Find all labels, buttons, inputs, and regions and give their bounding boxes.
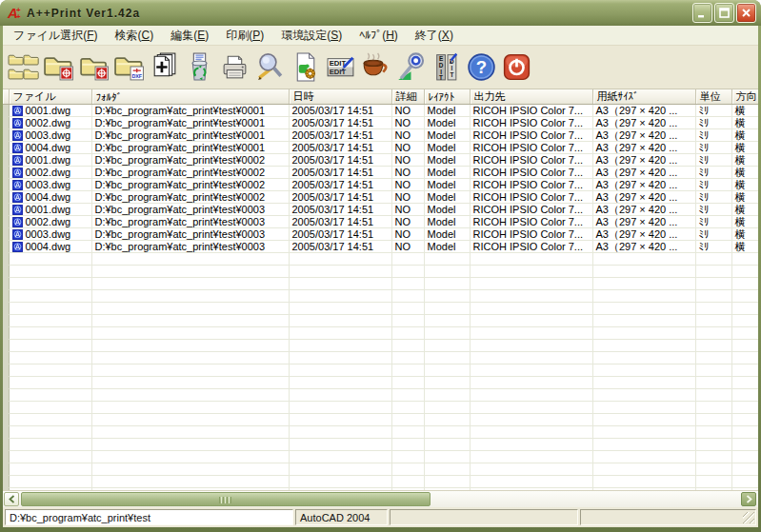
empty-cell xyxy=(9,463,91,476)
settings-file-button[interactable] xyxy=(288,49,323,87)
table-row[interactable]: 0001.dwgD:¥bc_program¥atc_print¥test¥000… xyxy=(3,105,758,117)
column-header-unit[interactable]: 単位 xyxy=(695,89,731,105)
cell-folder: D:¥bc_program¥atc_print¥test¥0002 xyxy=(91,191,289,204)
empty-cell xyxy=(470,426,592,439)
column-header-details[interactable]: 詳細 xyxy=(391,89,424,105)
menu-item-e[interactable]: 編集(E) xyxy=(162,26,217,46)
add-pages-button[interactable] xyxy=(147,49,182,87)
menu-item-f[interactable]: ファイル選択(F) xyxy=(5,26,106,46)
empty-cell xyxy=(695,426,731,439)
empty-cell xyxy=(391,327,424,340)
add-file-dwg-button[interactable] xyxy=(76,49,111,87)
table-row[interactable]: 0003.dwgD:¥bc_program¥atc_print¥test¥000… xyxy=(3,129,758,142)
edit-button[interactable]: EDITEDIT xyxy=(323,49,358,87)
cell-layout: Model xyxy=(424,117,470,129)
menu-item-h[interactable]: ﾍﾙﾌﾟ(H) xyxy=(350,27,407,44)
cell-paper: A3（297 × 420 ... xyxy=(592,241,695,253)
cell-orientation: 横 xyxy=(731,142,758,154)
empty-row xyxy=(3,278,758,290)
empty-cell xyxy=(91,340,289,352)
empty-cell xyxy=(470,365,592,377)
client-area: ファイル選択(F)検索(C)編集(E)印刷(P)環境設定(S)ﾍﾙﾌﾟ(H)終了… xyxy=(3,26,758,527)
cell-orientation: 横 xyxy=(731,167,758,179)
empty-row xyxy=(3,315,758,327)
open-folders-button[interactable] xyxy=(6,49,41,87)
menu-item-x[interactable]: 終了(X) xyxy=(407,26,462,46)
status-panel-4 xyxy=(580,509,756,525)
resize-grip-icon[interactable] xyxy=(743,512,754,523)
cell-unit: ﾐﾘ xyxy=(695,241,731,253)
minimize-button[interactable] xyxy=(692,3,712,23)
chevron-left-icon xyxy=(9,495,15,503)
column-header-output[interactable]: 出力先 xyxy=(470,89,592,105)
empty-cell xyxy=(391,290,424,303)
table-row[interactable]: 0002.dwgD:¥bc_program¥atc_print¥test¥000… xyxy=(3,167,758,179)
preview-button[interactable] xyxy=(252,49,288,87)
empty-row xyxy=(3,451,758,463)
cell-unit: ﾐﾘ xyxy=(695,142,731,154)
menu-item-c[interactable]: 検索(C) xyxy=(106,26,162,46)
empty-cell xyxy=(289,327,391,340)
cell-datetime: 2005/03/17 14:51 xyxy=(289,241,391,253)
column-header-orientation[interactable]: 方向 xyxy=(731,89,758,105)
empty-cell xyxy=(424,266,470,278)
scroll-right-button[interactable] xyxy=(741,492,756,506)
cell-details: NO xyxy=(391,117,424,129)
table-row[interactable]: 0003.dwgD:¥bc_program¥atc_print¥test¥000… xyxy=(3,228,758,241)
exit-button[interactable] xyxy=(499,49,534,87)
maximize-button[interactable] xyxy=(714,3,734,23)
column-header-file[interactable]: ファイル xyxy=(9,89,91,105)
empty-cell xyxy=(289,451,391,463)
titlebar[interactable]: A + + A++Print Ver1.42a xyxy=(0,0,761,26)
menu-item-s[interactable]: 環境設定(S) xyxy=(272,26,350,46)
empty-cell xyxy=(391,253,424,266)
cell-layout: Model xyxy=(424,167,470,179)
column-header-folder[interactable]: ﾌｫﾙﾀﾞ xyxy=(91,89,289,105)
horizontal-scrollbar[interactable] xyxy=(3,490,758,507)
table-row[interactable]: 0002.dwgD:¥bc_program¥atc_print¥test¥000… xyxy=(3,216,758,228)
table-row[interactable]: 0001.dwgD:¥bc_program¥atc_print¥test¥000… xyxy=(3,154,758,167)
wait-coffee-button[interactable] xyxy=(358,49,393,87)
cell-output: RICOH IPSIO Color 7... xyxy=(470,216,592,228)
add-folder-dwg-button[interactable] xyxy=(41,49,76,87)
add-file-dxf-button[interactable]: DXF xyxy=(111,49,147,87)
menu-item-p[interactable]: 印刷(P) xyxy=(217,26,272,46)
empty-cell xyxy=(9,290,91,303)
empty-cell xyxy=(424,463,470,476)
cell-folder: D:¥bc_program¥atc_print¥test¥0002 xyxy=(91,154,289,167)
empty-cell xyxy=(695,439,731,451)
column-header-paper[interactable]: 用紙ｻｲｽﾞ xyxy=(592,89,695,105)
empty-cell xyxy=(91,253,289,266)
table-row[interactable]: 0002.dwgD:¥bc_program¥atc_print¥test¥000… xyxy=(3,117,758,129)
scrollbar-thumb[interactable] xyxy=(21,492,431,506)
column-header-datetime[interactable]: 日時 xyxy=(289,89,391,105)
help-button[interactable]: ? xyxy=(464,49,499,87)
table-row[interactable]: 0004.dwgD:¥bc_program¥atc_print¥test¥000… xyxy=(3,241,758,253)
run-preview-button[interactable] xyxy=(393,49,429,87)
table-row[interactable]: 0004.dwgD:¥bc_program¥atc_print¥test¥000… xyxy=(3,191,758,204)
empty-cell xyxy=(470,414,592,426)
cell-folder: D:¥bc_program¥atc_print¥test¥0003 xyxy=(91,204,289,216)
empty-cell xyxy=(391,278,424,290)
dwg-file-icon xyxy=(12,118,23,128)
table-row[interactable]: 0003.dwgD:¥bc_program¥atc_print¥test¥000… xyxy=(3,179,758,191)
column-header-layout[interactable]: ﾚｲｱｳﾄ xyxy=(424,89,470,105)
statusbar: D:¥bc_program¥atc_print¥test AutoCAD 200… xyxy=(3,507,758,527)
table-row[interactable]: 0001.dwgD:¥bc_program¥atc_print¥test¥000… xyxy=(3,204,758,216)
scroll-left-button[interactable] xyxy=(4,492,19,506)
dwg-file-icon xyxy=(12,229,23,240)
cell-unit: ﾐﾘ xyxy=(695,105,731,117)
close-button[interactable] xyxy=(736,3,756,23)
empty-cell xyxy=(592,476,695,488)
empty-cell xyxy=(289,266,391,278)
empty-cell xyxy=(592,414,695,426)
print-button[interactable] xyxy=(217,49,252,87)
cell-file: 0001.dwg xyxy=(9,204,91,216)
table-row[interactable]: 0004.dwgD:¥bc_program¥atc_print¥test¥000… xyxy=(3,142,758,154)
empty-cell xyxy=(391,340,424,352)
cell-datetime: 2005/03/17 14:51 xyxy=(289,191,391,204)
edit-columns-icon: EDITDIT xyxy=(431,51,462,83)
delete-button[interactable] xyxy=(182,49,217,87)
empty-cell xyxy=(424,414,470,426)
batch-edit-button[interactable]: EDITDIT xyxy=(429,49,464,87)
